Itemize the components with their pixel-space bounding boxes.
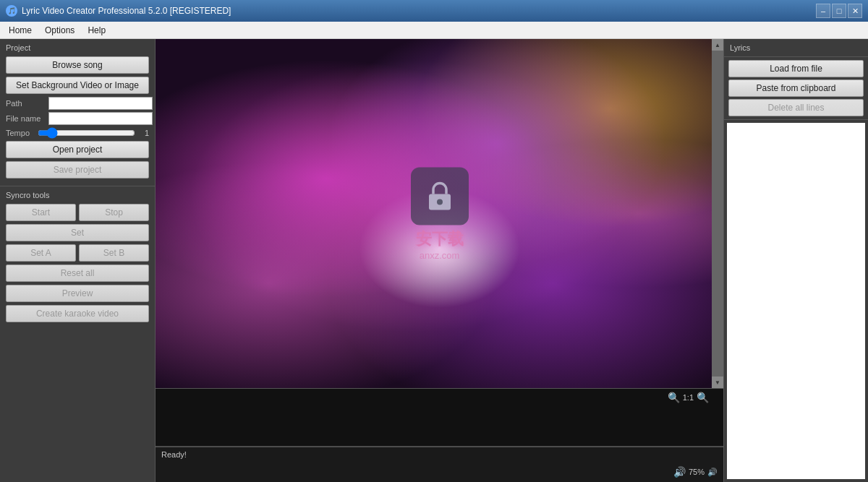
tempo-value: 1 <box>138 129 149 137</box>
save-project-button[interactable]: Save project <box>6 161 149 178</box>
project-title: Project <box>6 43 149 52</box>
seta-setb-row: Set A Set B <box>6 244 149 262</box>
volume-percentage: 75% <box>689 468 705 476</box>
volume-area: 🔊 75% 🔊 <box>673 466 718 478</box>
delete-all-lines-button[interactable]: Delete all lines <box>728 99 864 116</box>
set-b-button[interactable]: Set B <box>79 244 149 262</box>
set-button[interactable]: Set <box>6 224 149 241</box>
menu-help[interactable]: Help <box>82 24 111 37</box>
path-label: Path <box>6 99 46 108</box>
filename-label: File name <box>6 114 46 123</box>
open-project-button[interactable]: Open project <box>6 141 149 158</box>
scroll-down-arrow[interactable]: ▼ <box>712 376 723 388</box>
window-controls: – □ ✕ <box>816 4 862 18</box>
zoom-ratio-label: 1:1 <box>683 393 694 402</box>
paste-from-clipboard-button[interactable]: Paste from clipboard <box>728 79 864 97</box>
menu-options[interactable]: Options <box>39 24 80 37</box>
left-panel: Project Browse song Set Background Video… <box>0 39 156 482</box>
menu-bar: Home Options Help <box>0 22 868 39</box>
timeline-area <box>156 389 723 447</box>
scroll-up-arrow[interactable]: ▲ <box>712 39 723 51</box>
zoom-out-icon[interactable]: 🔍 <box>668 392 680 403</box>
status-text: Ready! <box>161 450 187 459</box>
syncro-section: Syncro tools Start Stop Set Set A Set B … <box>0 186 155 482</box>
filename-row: File name <box>6 112 149 125</box>
zoom-controls: 🔍 1:1 🔍 <box>668 392 709 403</box>
volume-adjust-icon[interactable]: 🔊 <box>707 468 718 477</box>
stop-button[interactable]: Stop <box>79 204 149 221</box>
bottom-area: 🔍 1:1 🔍 Ready! 🔊 75% 🔊 <box>156 388 723 482</box>
set-background-button[interactable]: Set Background Video or Image <box>6 77 149 94</box>
start-button[interactable]: Start <box>6 204 76 221</box>
filename-input[interactable] <box>48 112 153 125</box>
start-stop-row: Start Stop <box>6 204 149 221</box>
project-section: Project Browse song Set Background Video… <box>0 39 155 186</box>
title-bar: 🎵 Lyric Video Creator Professional 5.2.0… <box>0 0 868 22</box>
volume-icon[interactable]: 🔊 <box>673 466 686 478</box>
path-row: Path <box>6 97 149 110</box>
tempo-slider[interactable] <box>38 127 135 139</box>
maximize-button[interactable]: □ <box>832 4 846 18</box>
video-scrollbar[interactable]: ▲ ▼ <box>712 39 723 388</box>
create-karaoke-button[interactable]: Create karaoke video <box>6 305 149 322</box>
video-background <box>156 39 723 388</box>
right-panel: Lyrics Load from file Paste from clipboa… <box>723 39 868 482</box>
tempo-label: Tempo <box>6 129 35 137</box>
app-icon: 🎵 <box>6 5 17 17</box>
scroll-track[interactable] <box>712 51 723 376</box>
browse-song-button[interactable]: Browse song <box>6 56 149 74</box>
preview-button[interactable]: Preview <box>6 285 149 302</box>
set-row: Set <box>6 224 149 241</box>
load-from-file-button[interactable]: Load from file <box>728 60 864 77</box>
lyrics-content <box>727 123 865 479</box>
minimize-button[interactable]: – <box>816 4 830 18</box>
video-container: 安下载 anxz.com ▲ ▼ <box>156 39 723 388</box>
center-area: 安下载 anxz.com ▲ ▼ 🔍 1:1 🔍 Ready! <box>156 39 723 482</box>
status-bar: Ready! 🔊 75% 🔊 <box>156 447 723 461</box>
syncro-title: Syncro tools <box>6 191 149 199</box>
lyrics-buttons: Load from file Paste from clipboard Dele… <box>724 57 868 120</box>
title-bar-left: 🎵 Lyric Video Creator Professional 5.2.0… <box>6 5 231 17</box>
zoom-in-icon[interactable]: 🔍 <box>697 392 709 403</box>
main-container: Project Browse song Set Background Video… <box>0 39 868 482</box>
close-button[interactable]: ✕ <box>848 4 862 18</box>
path-input[interactable] <box>48 97 153 110</box>
menu-home[interactable]: Home <box>3 24 38 37</box>
set-a-button[interactable]: Set A <box>6 244 76 262</box>
lyrics-header: Lyrics <box>724 39 868 57</box>
tempo-row: Tempo 1 <box>6 127 149 139</box>
reset-all-button[interactable]: Reset all <box>6 264 149 282</box>
app-title: Lyric Video Creator Professional 5.2.0 [… <box>22 6 231 16</box>
